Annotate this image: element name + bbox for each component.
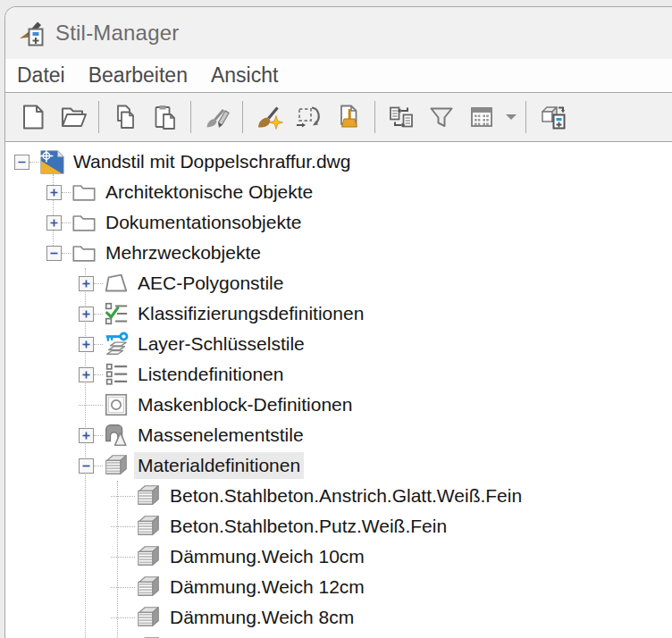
- tree-item-label[interactable]: Wandstil mit Doppelschraffur.dwg: [70, 148, 354, 175]
- filter-style-type-icon: [427, 103, 456, 131]
- open-drawing-button[interactable]: [55, 98, 92, 136]
- tree-item[interactable]: Wandstil mit Doppelschraffur.dwg: [5, 147, 672, 177]
- toggle-view-icon: [538, 103, 567, 131]
- menu-item-ansicht[interactable]: Ansicht: [199, 59, 290, 92]
- edit-style-button[interactable]: [198, 98, 236, 136]
- tree-connector-line: [62, 253, 71, 254]
- tree-item-label[interactable]: Maskenblock-Definitionen: [134, 391, 356, 418]
- tree-item-label[interactable]: Dämmung.Weich 8cm: [166, 604, 357, 631]
- tree-item[interactable]: Layer-Schlüsselstile: [5, 329, 672, 359]
- tree-connector-line: [94, 314, 103, 315]
- tree-item[interactable]: Klassifizierungsdefinitionen: [5, 298, 672, 329]
- tree-item[interactable]: Architektonische Objekte: [5, 177, 672, 207]
- copy-button[interactable]: [106, 98, 144, 136]
- toolbar: [5, 93, 672, 142]
- folder-icon: [71, 209, 97, 236]
- expander-plus-icon[interactable]: [79, 276, 94, 291]
- tree-item-label[interactable]: Architektonische Objekte: [102, 179, 316, 206]
- tree-item[interactable]: Mehrzweckobjekte: [5, 238, 672, 268]
- expander-minus-icon[interactable]: [46, 246, 62, 261]
- tree-item[interactable]: Listendefinitionen: [5, 359, 672, 390]
- material-icon: [135, 574, 162, 600]
- tree-item-label[interactable]: Mehrzweckobjekte: [102, 239, 265, 266]
- tree-item-label[interactable]: AEC-Polygonstile: [134, 270, 287, 297]
- expander-plus-icon[interactable]: [46, 185, 62, 200]
- filter-style-type-button[interactable]: [423, 98, 460, 136]
- tree-item-label[interactable]: Dämmung.Weich 10cm: [166, 543, 368, 570]
- layer-key-icon: [103, 331, 130, 357]
- tree-item[interactable]: Dämmung.Weich 12cm: [5, 572, 672, 602]
- tree-item[interactable]: AEC-Polygonstile: [5, 268, 672, 298]
- tree-connector-line: [111, 617, 135, 618]
- synchronize-button[interactable]: [382, 98, 420, 136]
- expander-plus-icon[interactable]: [79, 428, 94, 443]
- tree-item[interactable]: Beton.Stahlbeton.Putz.Weiß.Fein: [5, 511, 672, 541]
- list-view-dropdown-button[interactable]: [503, 98, 519, 136]
- synchronize-icon: [387, 103, 416, 131]
- tree-indent-slot: [111, 587, 135, 588]
- tree-indent-slot: [111, 496, 135, 497]
- tree-item[interactable]: Massenelementstile: [5, 420, 672, 450]
- toolbar-separator: [190, 101, 191, 133]
- tree-item[interactable]: Dokumentationsobjekte: [5, 207, 672, 238]
- toggle-view-button[interactable]: [533, 98, 571, 136]
- tree-indent-slot: [79, 306, 103, 322]
- tree-item-label[interactable]: Materialdefinitionen: [134, 452, 304, 479]
- expander-minus-icon[interactable]: [79, 458, 94, 474]
- menu-item-bearbeiten[interactable]: Bearbeiten: [77, 59, 199, 92]
- folder-icon: [71, 239, 97, 266]
- tree-indent-slot: [46, 246, 71, 261]
- tree-indent-slot: [79, 458, 103, 474]
- tree-item[interactable]: Dämmung.Weich 8cm: [5, 602, 672, 633]
- expander-plus-icon[interactable]: [79, 306, 94, 322]
- tree-item-label[interactable]: Dokumentationsobjekte: [102, 209, 305, 236]
- tree-item[interactable]: Materialdefinitionen: [5, 450, 672, 481]
- tree-connector-line: [111, 496, 135, 497]
- list-view-button[interactable]: [463, 98, 500, 136]
- aec-polygon-icon: [103, 270, 130, 297]
- tree-item-label[interactable]: Layer-Schlüsselstile: [134, 331, 308, 357]
- tree-connector-line: [62, 192, 71, 193]
- title-bar: Stil-Manager: [5, 7, 672, 59]
- tree-item[interactable]: Beton.Stahlbeton.Anstrich.Glatt.Weiß.Fei…: [5, 481, 672, 511]
- tree-item-label[interactable]: Beton.Stahlbeton.Anstrich.Glatt.Weiß.Fei…: [166, 483, 525, 509]
- tree-item-label[interactable]: Beton.Stahlbeton.Putz.Weiß.Fein: [166, 513, 450, 540]
- tree-item[interactable]: Maskenblock-Definitionen: [5, 390, 672, 420]
- list-definition-icon: [103, 361, 130, 388]
- style-from-object-button[interactable]: [290, 98, 328, 136]
- tree-item[interactable]: [5, 633, 672, 638]
- tree-item-label[interactable]: Klassifizierungsdefinitionen: [134, 300, 367, 327]
- toolbar-separator: [374, 101, 375, 133]
- window-title: Stil-Manager: [55, 21, 179, 46]
- tree-item[interactable]: Dämmung.Weich 10cm: [5, 541, 672, 572]
- expander-plus-icon[interactable]: [79, 367, 94, 382]
- tree-connector-line: [29, 162, 38, 163]
- tree-indent-slot: [14, 155, 38, 170]
- tree-connector-line: [62, 222, 71, 223]
- tree-item-label[interactable]: Massenelementstile: [134, 422, 307, 449]
- tree-indent-slot: [79, 276, 103, 291]
- style-from-object-icon: [295, 103, 323, 131]
- dwg-file-icon: [38, 148, 65, 175]
- tree-item-label[interactable]: Dämmung.Weich 12cm: [166, 574, 368, 600]
- mass-element-icon: [103, 422, 130, 449]
- expander-minus-icon[interactable]: [14, 155, 29, 170]
- material-icon: [135, 543, 162, 570]
- toolbar-separator: [242, 101, 243, 133]
- expander-plus-icon[interactable]: [79, 337, 94, 352]
- new-style-icon: [255, 103, 283, 131]
- material-icon: [135, 634, 162, 638]
- tree-indent-slot: [46, 215, 71, 231]
- paste-button[interactable]: [147, 98, 184, 136]
- menu-item-datei[interactable]: Datei: [5, 59, 77, 92]
- tree-connector-line: [111, 587, 135, 588]
- material-icon: [135, 604, 162, 631]
- expander-plus-icon[interactable]: [46, 215, 62, 231]
- purge-styles-button[interactable]: [331, 98, 368, 136]
- new-drawing-button[interactable]: [14, 98, 52, 136]
- tree-item-label[interactable]: Listendefinitionen: [134, 361, 287, 388]
- tree-indent-slot: [79, 405, 103, 406]
- tree-indent-slot: [46, 185, 71, 200]
- toolbar-separator: [98, 101, 99, 133]
- new-style-button[interactable]: [250, 98, 288, 136]
